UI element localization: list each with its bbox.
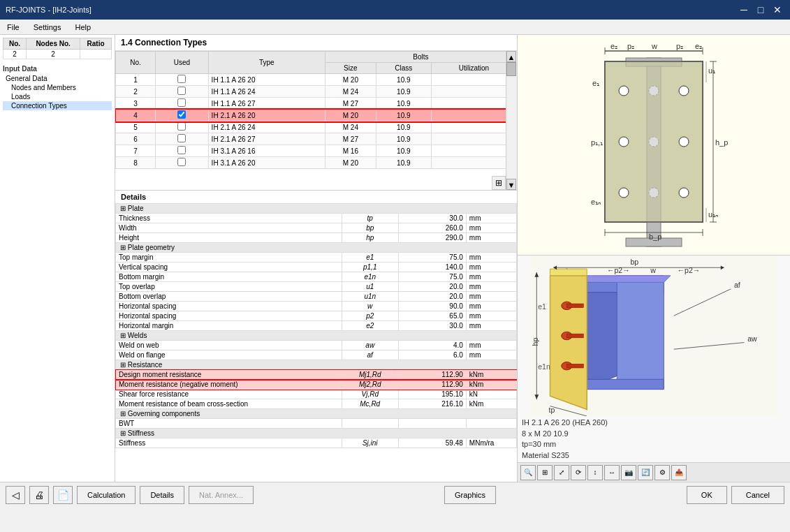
bolt-used[interactable] [156,110,208,121]
detail-unit: mm [466,214,516,223]
nav-print-button[interactable]: 🖨 [29,486,49,504]
detail-value: 6.0 [398,350,466,360]
bolt-checkbox-6[interactable] [177,134,186,142]
bolt-used[interactable] [156,98,208,110]
bolt-used[interactable] [156,145,208,157]
diag-btn-refresh[interactable]: 🔄 [638,465,653,480]
cancel-button[interactable]: Cancel [731,486,784,504]
svg-text:w: w [651,42,657,50]
bolt-no: 1 [116,74,156,86]
maximize-button[interactable]: □ [754,3,768,17]
svg-text:e₁: e₁ [592,79,599,87]
detail-symbol: w [342,302,398,311]
detail-label: Bottom margin [116,272,342,282]
minimize-button[interactable]: ─ [737,3,751,17]
detail-value: 112.90 [398,370,466,380]
bolt-used[interactable] [156,133,208,145]
bolt-checkbox-8[interactable] [177,158,186,166]
detail-label: Thickness [116,214,342,223]
bolt-checkbox-4[interactable] [177,110,186,119]
bolt-row-8[interactable]: 8IH 3.1 A 26 20M 2010.9 [116,157,517,169]
scroll-thumb[interactable] [506,62,516,76]
bolt-row-4[interactable]: 4IH 2.1 A 26 20M 2010.9 [116,110,517,121]
nat-annex-button[interactable]: Nat. Annex... [189,486,254,504]
close-button[interactable]: ✕ [770,3,784,17]
diag-btn-zoom[interactable]: 🔍 [520,465,536,480]
detail-symbol [342,419,398,429]
bolt-row-1[interactable]: 1IH 1.1 A 26 20M 2010.9 [116,74,517,86]
info-line2: 8 x M 20 10.9 [522,429,786,439]
diag-btn-export[interactable]: 📤 [671,465,687,480]
table-action-btn[interactable]: ⊞ [492,176,506,190]
bolt-checkbox-2[interactable] [177,87,186,95]
details-table: ⊞ PlateThicknesstp30.0mmWidthbp260.0mmHe… [115,203,517,448]
details-row: Thicknesstp30.0mm [116,214,517,223]
calculation-button[interactable]: Calculation [77,486,136,504]
bolt-used[interactable] [156,157,208,169]
diag-btn-flip-h[interactable]: ↔ [604,465,620,480]
bolt-row-2[interactable]: 2IH 1.1 A 26 24M 2410.9 [116,86,517,98]
bolt-checkbox-7[interactable] [177,146,186,154]
diag-btn-camera[interactable]: 📷 [621,465,636,480]
graphics-button[interactable]: Graphics [444,486,496,504]
nav-back-button[interactable]: ◁ [6,486,25,504]
details-group-label: ⊞ Plate geometry [116,243,517,253]
sidebar-item-connection[interactable]: Connection Types [3,101,112,110]
ok-button[interactable]: OK [687,486,727,504]
detail-symbol: e1 [342,253,398,263]
vertical-scrollbar[interactable]: ▲ ▼ [506,51,517,190]
sidebar-row[interactable]: 2 2 [3,50,112,59]
detail-value: 59.48 [398,438,466,448]
col-class: Class [376,63,431,74]
svg-rect-55 [566,304,583,308]
scroll-up[interactable]: ▲ [506,51,516,62]
right-panel: e₂ p₂ w p₂ e₂ h_p [518,35,790,482]
bolt-checkbox-5[interactable] [177,122,186,131]
menu-settings[interactable]: Settings [29,22,66,33]
sidebar-col-nodes: Nodes No. [27,38,80,50]
details-title: Details [115,191,517,203]
col-no: No. [116,52,156,74]
scroll-down[interactable]: ▼ [506,179,516,190]
bolt-row-5[interactable]: 5IH 2.1 A 26 24M 2410.9 [116,121,517,133]
diag-btn-grid[interactable]: ⊞ [537,465,553,480]
bolt-no: 6 [116,133,156,145]
details-row: Bottom margine1n75.0mm [116,272,517,282]
sidebar-item-loads[interactable]: Loads [3,92,112,101]
svg-text:bp: bp [630,258,638,267]
sidebar-item-nodes[interactable]: Nodes and Members [3,83,112,92]
details-button[interactable]: Details [140,486,184,504]
details-row: Bottom overlapu1n20.0mm [116,292,517,302]
detail-label: Horizontal margin [116,321,342,331]
diag-btn-expand[interactable]: ⤢ [554,465,569,480]
details-row: Weld on webaw4.0mm [116,341,517,350]
bolt-used[interactable] [156,86,208,98]
bolt-checkbox-3[interactable] [177,98,186,107]
diag-btn-settings[interactable]: ⚙ [654,465,670,480]
menu-file[interactable]: File [3,22,24,33]
detail-value: 260.0 [398,223,466,233]
bolts-table-container: No. Used Type Bolts Size Class Utilizati… [115,51,517,191]
bolt-checkbox-1[interactable] [177,75,186,83]
diag-btn-rotate[interactable]: ⟳ [571,465,586,480]
diag-btn-flip-v[interactable]: ↕ [587,465,603,480]
nav-export-button[interactable]: 📄 [53,486,73,504]
bolt-row-3[interactable]: 3IH 1.1 A 26 27M 2710.9 [116,98,517,110]
bolt-no: 8 [116,157,156,169]
bolt-used[interactable] [156,121,208,133]
svg-point-32 [619,137,629,147]
table-action-icon: ⊞ [495,178,502,188]
bolt-row-7[interactable]: 7IH 3.1 A 26 16M 1610.9 [116,145,517,157]
connection-types-title: 1.4 Connection Types [115,35,517,51]
sidebar-item-general[interactable]: General Data [3,74,112,83]
bolt-no: 7 [116,145,156,157]
bolt-class: 10.9 [376,98,431,110]
detail-label: Height [116,233,342,243]
detail-label: Shear force resistance [116,390,342,399]
bolt-size: M 20 [325,74,376,86]
bolt-no: 2 [116,86,156,98]
bolt-row-6[interactable]: 6IH 2.1 A 26 27M 2710.9 [116,133,517,145]
bolt-used[interactable] [156,74,208,86]
menu-help[interactable]: Help [71,22,95,33]
bottom-toolbar: ◁ 🖨 📄 Calculation Details Nat. Annex... … [0,482,790,507]
